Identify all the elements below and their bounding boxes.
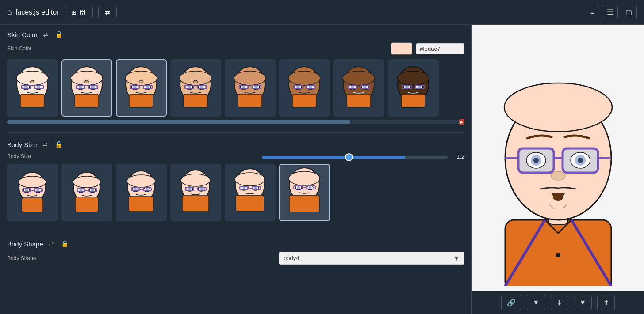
body-size-lock-btn[interactable]: 🔓 bbox=[53, 140, 64, 149]
preview-area bbox=[472, 25, 644, 291]
svg-point-61 bbox=[288, 71, 320, 85]
adjust-icon bbox=[79, 9, 86, 16]
svg-point-169 bbox=[553, 193, 564, 201]
svg-point-153 bbox=[556, 253, 560, 257]
face-thumb-svg-7 bbox=[336, 61, 382, 114]
preview-footer: 🔗 ▼ ⬇ ▼ ⬆ bbox=[472, 291, 644, 314]
skin-color-option-8[interactable] bbox=[388, 59, 439, 117]
svg-rect-2 bbox=[82, 13, 83, 15]
divider-1 bbox=[7, 132, 464, 133]
svg-rect-3 bbox=[84, 10, 85, 15]
skin-color-option-4[interactable] bbox=[170, 59, 221, 117]
svg-rect-62 bbox=[292, 94, 316, 107]
svg-point-81 bbox=[397, 71, 429, 85]
body-size-thumb-5 bbox=[227, 166, 273, 219]
svg-rect-72 bbox=[347, 94, 371, 107]
svg-rect-102 bbox=[75, 197, 98, 212]
svg-point-66 bbox=[309, 85, 312, 89]
skin-color-option-1[interactable] bbox=[7, 59, 58, 117]
svg-rect-112 bbox=[129, 197, 153, 212]
svg-rect-8 bbox=[20, 94, 44, 107]
skin-color-control: Skin Color bbox=[7, 42, 464, 55]
svg-point-11 bbox=[24, 85, 28, 89]
body-size-option-4[interactable] bbox=[170, 164, 221, 221]
body-size-thumb-1 bbox=[9, 166, 56, 219]
svg-rect-82 bbox=[401, 94, 425, 107]
shuffle-button[interactable]: ⇄ bbox=[98, 6, 117, 19]
svg-point-71 bbox=[343, 71, 375, 85]
skin-color-shuffle-btn[interactable]: ⇄ bbox=[41, 30, 50, 39]
square-button[interactable]: ▢ bbox=[621, 5, 637, 19]
svg-point-164 bbox=[533, 158, 539, 163]
body-size-header: Body Size ⇄ 🔓 bbox=[7, 140, 464, 149]
skin-color-option-5[interactable] bbox=[225, 59, 276, 117]
home-icon: ⌂ bbox=[7, 8, 12, 17]
svg-point-22 bbox=[79, 85, 82, 89]
body-size-option-3[interactable] bbox=[116, 164, 167, 221]
svg-point-55 bbox=[242, 85, 245, 89]
download-button[interactable]: ⬇ bbox=[551, 295, 568, 310]
shuffle-icon: ⇄ bbox=[105, 9, 110, 16]
skin-color-scrollbar[interactable]: ▶ bbox=[7, 120, 464, 124]
link-button[interactable]: 🔗 bbox=[501, 295, 521, 310]
body-size-thumb-3 bbox=[118, 166, 165, 219]
skin-color-label-text: Skin Color bbox=[7, 45, 31, 52]
svg-rect-132 bbox=[236, 195, 264, 211]
svg-rect-19 bbox=[75, 94, 99, 107]
body-size-slider-row: Body Size 1.2 bbox=[7, 152, 464, 160]
body-size-option-5[interactable] bbox=[225, 164, 276, 221]
svg-point-101 bbox=[73, 176, 100, 188]
sliders-button[interactable]: ⊞ bbox=[65, 6, 93, 19]
prev-button[interactable]: ▼ bbox=[527, 295, 545, 310]
svg-point-23 bbox=[91, 85, 95, 89]
upload-button[interactable]: ⬆ bbox=[597, 295, 615, 310]
face-thumb-svg-8 bbox=[390, 61, 437, 114]
skin-color-swatch[interactable] bbox=[391, 42, 412, 55]
body-shape-dropdown-wrapper: body1 body2 body3 body4 body5 ▼ bbox=[279, 252, 464, 265]
skin-color-label: Skin Color bbox=[7, 31, 38, 38]
body-size-thumb-6 bbox=[281, 166, 328, 219]
face-thumb-svg-4 bbox=[172, 61, 219, 114]
svg-rect-1 bbox=[82, 10, 83, 12]
avatar-preview bbox=[483, 30, 633, 286]
body-size-option-1[interactable] bbox=[7, 164, 58, 221]
skin-color-lock-btn[interactable]: 🔓 bbox=[54, 30, 65, 39]
svg-rect-41 bbox=[184, 94, 207, 107]
svg-point-51 bbox=[234, 71, 266, 85]
svg-point-85 bbox=[405, 85, 409, 89]
body-size-slider-container bbox=[262, 152, 448, 160]
menu-button[interactable]: ≡ bbox=[586, 5, 599, 19]
svg-point-131 bbox=[235, 173, 265, 186]
skin-color-face-grid bbox=[7, 59, 464, 118]
next-button[interactable]: ▼ bbox=[574, 295, 592, 310]
list-button[interactable]: ☰ bbox=[602, 5, 618, 19]
body-size-shuffle-btn[interactable]: ⇄ bbox=[41, 140, 50, 149]
body-size-value: 1.2 bbox=[451, 153, 464, 160]
scroll-right-arrow[interactable]: ▶ bbox=[459, 119, 464, 125]
body-size-section: Body Size ⇄ 🔓 Body Size 1.2 bbox=[7, 140, 464, 223]
svg-rect-0 bbox=[80, 10, 81, 15]
svg-point-167 bbox=[578, 158, 583, 163]
svg-point-141 bbox=[289, 171, 320, 185]
skin-color-option-3[interactable] bbox=[116, 59, 167, 117]
svg-point-76 bbox=[363, 85, 367, 89]
skin-color-option-2[interactable] bbox=[61, 59, 112, 117]
skin-color-scroll-thumb[interactable] bbox=[7, 120, 350, 124]
body-shape-dropdown-row: Body Shape body1 body2 body3 body4 body5… bbox=[7, 252, 464, 265]
app-header: ⌂ faces.js editor ⊞ ⇄ ≡ ☰ ▢ bbox=[0, 0, 644, 25]
body-shape-shuffle-btn[interactable]: ⇄ bbox=[47, 239, 56, 248]
body-size-slider[interactable] bbox=[262, 156, 448, 159]
body-shape-select[interactable]: body1 body2 body3 body4 body5 bbox=[279, 252, 464, 265]
body-size-option-2[interactable] bbox=[61, 164, 112, 221]
skin-color-option-6[interactable] bbox=[279, 59, 330, 117]
svg-point-49 bbox=[193, 80, 198, 83]
divider-2 bbox=[7, 232, 464, 232]
svg-rect-5 bbox=[83, 11, 84, 12]
face-thumb-svg-6 bbox=[281, 61, 328, 114]
skin-color-option-7[interactable] bbox=[334, 59, 384, 117]
svg-point-45 bbox=[200, 85, 203, 89]
body-shape-lock-btn[interactable]: 🔓 bbox=[59, 239, 70, 248]
body-size-option-6[interactable] bbox=[279, 164, 330, 221]
skin-color-hex-input[interactable] bbox=[416, 43, 464, 54]
body-shape-dropdown-label: Body Shape bbox=[7, 255, 36, 261]
